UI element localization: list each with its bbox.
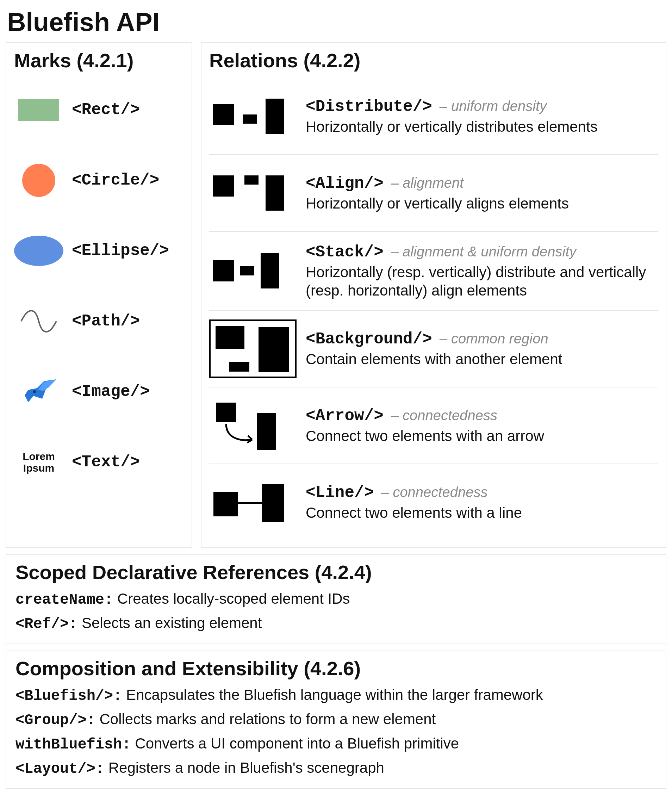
image-icon — [14, 374, 64, 409]
mark-row-path: <Path/> — [14, 289, 184, 353]
lorem-line1: Lorem — [22, 450, 55, 462]
scoped-desc-1: Selects an existing element — [78, 615, 262, 631]
marks-title: Marks (4.2.1) — [14, 49, 184, 72]
svg-rect-6 — [265, 176, 284, 211]
svg-point-0 — [33, 390, 36, 393]
comp-term-2: withBluefish: — [16, 736, 131, 753]
marks-panel: Marks (4.2.1) <Rect/> <Circle/> <Ellipse… — [6, 42, 192, 548]
mark-label-text: <Text/> — [72, 453, 140, 471]
align-note: – alignment — [391, 175, 464, 190]
mark-label-circle: <Circle/> — [72, 171, 159, 190]
path-icon — [14, 307, 64, 335]
comp-item-0: <Bluefish/>: Encapsulates the Bluefish l… — [16, 683, 656, 708]
mark-row-circle: <Circle/> — [14, 149, 184, 212]
background-icon — [209, 321, 297, 377]
svg-rect-16 — [214, 492, 238, 516]
relation-row-background: <Background/> – common region Contain el… — [209, 310, 658, 387]
mark-label-image: <Image/> — [72, 383, 150, 401]
rect-icon — [14, 99, 64, 121]
comp-desc-1: Collects marks and relations to form a n… — [96, 711, 436, 727]
scoped-item-1: <Ref/>: Selects an existing element — [16, 612, 656, 636]
relation-row-align: <Align/> – alignment Horizontally or ver… — [209, 154, 658, 231]
relation-row-arrow: <Arrow/> – connectedness Connect two ele… — [209, 387, 658, 463]
comp-title: Composition and Extensibility (4.2.6) — [16, 657, 656, 680]
background-tag: <Background/> — [306, 330, 432, 348]
relation-row-line: <Line/> – connectedness Connect two elem… — [209, 463, 658, 540]
svg-rect-8 — [240, 266, 254, 275]
scoped-panel: Scoped Declarative References (4.2.4) cr… — [6, 554, 666, 644]
distribute-note: – uniform density — [439, 98, 547, 114]
line-tag: <Line/> — [306, 484, 374, 502]
svg-rect-2 — [243, 115, 257, 124]
svg-rect-17 — [262, 484, 284, 522]
align-desc: Horizontally or vertically aligns elemen… — [306, 195, 658, 213]
comp-desc-2: Converts a UI component into a Bluefish … — [131, 735, 459, 752]
lorem-line2: Ipsum — [22, 462, 55, 474]
ellipse-icon — [14, 236, 64, 266]
comp-item-3: <Layout/>: Registers a node in Bluefish'… — [16, 756, 656, 781]
mark-label-rect: <Rect/> — [72, 101, 140, 119]
svg-rect-15 — [257, 413, 276, 450]
scoped-term-1: <Ref/>: — [16, 616, 78, 632]
comp-desc-3: Registers a node in Bluefish's scenegrap… — [104, 759, 384, 776]
background-note: – common region — [439, 331, 548, 346]
comp-desc-0: Encapsulates the Bluefish language withi… — [122, 687, 543, 703]
mark-row-rect: <Rect/> — [14, 78, 184, 142]
comp-term-0: <Bluefish/>: — [16, 688, 122, 704]
svg-rect-4 — [213, 176, 234, 196]
stack-tag: <Stack/> — [306, 243, 383, 261]
line-icon — [209, 474, 297, 530]
scoped-desc-0: Creates locally-scoped element IDs — [113, 590, 350, 607]
stack-desc: Horizontally (resp. vertically) distribu… — [306, 263, 658, 300]
circle-icon — [14, 164, 64, 197]
distribute-desc: Horizontally or vertically distributes e… — [306, 118, 658, 136]
relations-title: Relations (4.2.2) — [209, 49, 658, 72]
svg-rect-5 — [244, 176, 259, 185]
page-title: Bluefish API — [6, 7, 666, 37]
stack-note: – alignment & uniform density — [391, 244, 576, 259]
mark-row-text: Lorem Ipsum <Text/> — [14, 430, 184, 494]
svg-rect-13 — [259, 327, 289, 372]
comp-item-2: withBluefish: Converts a UI component in… — [16, 732, 656, 756]
relations-panel: Relations (4.2.2) <Distribute/> – unifor… — [201, 42, 666, 548]
align-icon — [209, 165, 297, 221]
arrow-desc: Connect two elements with an arrow — [306, 427, 658, 446]
distribute-icon — [209, 88, 297, 144]
arrow-tag: <Arrow/> — [306, 407, 383, 425]
scoped-title: Scoped Declarative References (4.2.4) — [16, 561, 656, 584]
mark-row-image: <Image/> — [14, 360, 184, 423]
scoped-item-0: createName: Creates locally-scoped eleme… — [16, 587, 656, 612]
relation-row-distribute: <Distribute/> – uniform density Horizont… — [209, 78, 658, 154]
relation-row-stack: <Stack/> – alignment & uniform density H… — [209, 231, 658, 310]
svg-rect-9 — [261, 253, 279, 289]
svg-rect-14 — [216, 402, 236, 422]
background-desc: Contain elements with another element — [306, 350, 658, 369]
arrow-note: – connectedness — [391, 407, 497, 423]
mark-label-path: <Path/> — [72, 312, 140, 331]
arrow-icon — [209, 397, 297, 454]
distribute-tag: <Distribute/> — [306, 97, 432, 116]
svg-rect-12 — [229, 362, 249, 372]
comp-term-1: <Group/>: — [16, 712, 96, 729]
comp-item-1: <Group/>: Collects marks and relations t… — [16, 708, 656, 732]
svg-rect-3 — [265, 99, 284, 134]
comp-panel: Composition and Extensibility (4.2.6) <B… — [6, 650, 666, 789]
line-note: – connectedness — [381, 484, 487, 500]
mark-label-ellipse: <Ellipse/> — [72, 242, 169, 260]
scoped-term-0: createName: — [16, 591, 113, 608]
mark-row-ellipse: <Ellipse/> — [14, 219, 184, 283]
svg-rect-11 — [215, 326, 244, 349]
align-tag: <Align/> — [306, 174, 383, 193]
line-desc: Connect two elements with a line — [306, 504, 658, 522]
svg-rect-1 — [213, 104, 234, 125]
comp-term-3: <Layout/>: — [16, 760, 104, 777]
svg-rect-7 — [213, 260, 234, 281]
text-icon: Lorem Ipsum — [14, 450, 64, 474]
stack-icon — [209, 243, 297, 299]
